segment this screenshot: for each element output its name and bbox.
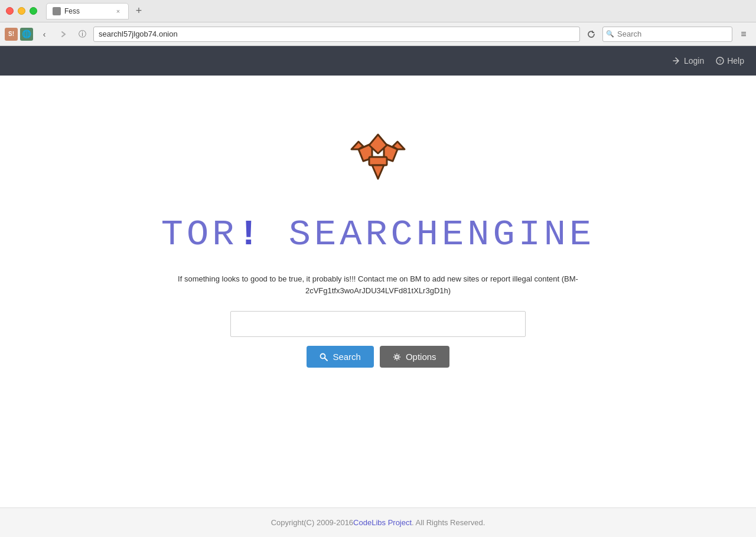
refresh-icon [587,30,595,38]
title-bar: Fess × + [0,0,756,22]
footer-rights: . All Rights Reserved. [412,518,485,527]
refresh-button[interactable] [584,27,599,42]
footer-copyright: Copyright(C) 2009-2016 [271,518,353,527]
forward-button[interactable] [56,27,71,42]
svg-rect-5 [369,157,387,165]
extension-icons: S! 🌐 [5,28,33,41]
options-button[interactable]: Options [380,346,449,368]
title-searchengine: SearchEngine [289,214,595,256]
svg-marker-7 [351,142,363,149]
new-tab-button[interactable]: + [132,4,146,18]
main-content: Tor! SearchEngine If something looks to … [0,76,756,453]
help-label: Help [727,56,744,66]
tab-close-button[interactable]: × [114,7,122,15]
site-title: Tor! SearchEngine [161,214,595,256]
search-button-icon [320,353,328,361]
options-button-label: Options [406,352,436,362]
search-button-label: Search [333,352,361,362]
browser-search-input[interactable] [602,27,732,42]
login-icon [673,57,681,65]
back-button[interactable]: ‹ [37,27,52,42]
maximize-window-button[interactable] [30,7,37,15]
svg-line-10 [325,358,328,361]
browser-menu-button[interactable]: ≡ [736,27,751,42]
footer-link[interactable]: CodeLibs Project [353,518,412,527]
help-link[interactable]: ? Help [716,56,744,66]
main-search-input[interactable] [230,311,526,337]
button-row: Search Options [307,346,449,368]
footer: Copyright(C) 2009-2016 CodeLibs Project … [0,507,756,537]
forward-arrow-icon [60,31,67,38]
svg-text:?: ? [719,58,722,64]
tab-title: Fess [64,7,80,15]
extension-s-icon[interactable]: S! [5,28,18,41]
login-link[interactable]: Login [673,56,704,66]
nav-bar: S! 🌐 ‹ ⓘ 🔍 ≡ [0,22,756,46]
info-button[interactable]: ⓘ [74,27,90,42]
svg-marker-6 [372,165,384,179]
tab-favicon [53,7,61,15]
logo-svg [340,123,416,199]
login-label: Login [684,56,704,66]
close-window-button[interactable] [6,7,14,15]
disclaimer-text: If something looks to good to be true, i… [142,273,614,296]
browser-search-wrapper: 🔍 [602,27,732,42]
extension-globe-icon[interactable]: 🌐 [20,28,33,41]
search-form: Search Options [230,311,526,368]
help-icon: ? [716,57,724,65]
minimize-window-button[interactable] [18,7,25,15]
browser-search-icon: 🔍 [606,30,614,38]
title-exclamation: ! [237,214,263,256]
svg-marker-8 [393,142,405,149]
logo-container [340,123,416,202]
address-bar[interactable] [93,27,580,42]
search-button[interactable]: Search [307,346,374,368]
window-controls [6,7,37,15]
tab-bar: Fess × + [46,0,146,22]
active-tab[interactable]: Fess × [46,3,129,19]
options-icon [393,353,401,361]
svg-point-11 [395,355,398,358]
app-header: Login ? Help [0,46,756,76]
title-tor: Tor [161,214,238,256]
